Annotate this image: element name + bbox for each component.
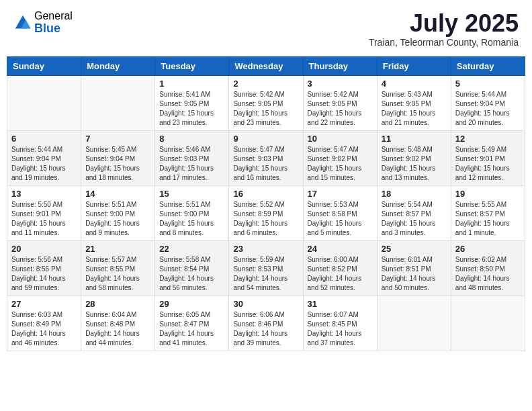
page-header: General Blue July 2025 Traian, Teleorman… [7, 7, 525, 51]
day-number: 26 [455, 244, 521, 254]
cell-info: Sunrise: 5:53 AM Sunset: 8:58 PM Dayligh… [308, 200, 373, 238]
header-friday: Friday [377, 56, 451, 75]
day-number: 20 [11, 244, 77, 254]
day-number: 4 [382, 79, 447, 89]
table-row: 27Sunrise: 6:03 AM Sunset: 8:49 PM Dayli… [7, 295, 81, 351]
table-row: 13Sunrise: 5:50 AM Sunset: 9:01 PM Dayli… [7, 185, 81, 240]
day-number: 7 [85, 134, 150, 144]
table-row: 24Sunrise: 6:00 AM Sunset: 8:52 PM Dayli… [303, 240, 377, 295]
day-number: 8 [159, 134, 224, 144]
cell-info: Sunrise: 5:50 AM Sunset: 9:01 PM Dayligh… [11, 200, 77, 238]
header-thursday: Thursday [303, 56, 377, 75]
cell-info: Sunrise: 5:51 AM Sunset: 9:00 PM Dayligh… [159, 200, 224, 238]
cell-info: Sunrise: 5:54 AM Sunset: 8:57 PM Dayligh… [382, 200, 447, 238]
table-row: 18Sunrise: 5:54 AM Sunset: 8:57 PM Dayli… [377, 185, 451, 240]
table-row: 11Sunrise: 5:48 AM Sunset: 9:02 PM Dayli… [377, 130, 451, 185]
cell-info: Sunrise: 5:44 AM Sunset: 9:04 PM Dayligh… [455, 90, 521, 128]
cell-info: Sunrise: 5:41 AM Sunset: 9:05 PM Dayligh… [159, 90, 224, 128]
title-section: July 2025 Traian, Teleorman County, Roma… [369, 10, 519, 48]
table-row: 19Sunrise: 5:55 AM Sunset: 8:57 PM Dayli… [451, 185, 525, 240]
table-row: 9Sunrise: 5:47 AM Sunset: 9:03 PM Daylig… [229, 130, 303, 185]
day-number: 25 [382, 244, 447, 254]
table-row: 17Sunrise: 5:53 AM Sunset: 8:58 PM Dayli… [303, 185, 377, 240]
logo: General Blue [13, 10, 73, 35]
day-number: 12 [455, 134, 521, 144]
cell-info: Sunrise: 6:03 AM Sunset: 8:49 PM Dayligh… [11, 310, 77, 348]
day-number: 13 [11, 189, 77, 199]
table-row: 31Sunrise: 6:07 AM Sunset: 8:45 PM Dayli… [303, 295, 377, 351]
cell-info: Sunrise: 5:49 AM Sunset: 9:01 PM Dayligh… [455, 145, 521, 183]
day-number: 21 [85, 244, 150, 254]
day-number: 19 [455, 189, 521, 199]
cell-info: Sunrise: 5:47 AM Sunset: 9:03 PM Dayligh… [233, 145, 298, 183]
cell-info: Sunrise: 5:56 AM Sunset: 8:56 PM Dayligh… [11, 255, 77, 293]
table-row [377, 295, 451, 351]
cell-info: Sunrise: 5:59 AM Sunset: 8:53 PM Dayligh… [233, 255, 298, 293]
calendar-header-row: Sunday Monday Tuesday Wednesday Thursday… [7, 56, 525, 75]
cell-info: Sunrise: 5:48 AM Sunset: 9:02 PM Dayligh… [382, 145, 447, 183]
day-number: 10 [308, 134, 373, 144]
day-number: 2 [233, 79, 298, 89]
cell-info: Sunrise: 6:05 AM Sunset: 8:47 PM Dayligh… [159, 310, 224, 348]
cell-info: Sunrise: 6:06 AM Sunset: 8:46 PM Dayligh… [233, 310, 298, 348]
table-row: 14Sunrise: 5:51 AM Sunset: 9:00 PM Dayli… [81, 185, 155, 240]
cell-info: Sunrise: 5:45 AM Sunset: 9:04 PM Dayligh… [85, 145, 150, 183]
cell-info: Sunrise: 5:52 AM Sunset: 8:59 PM Dayligh… [233, 200, 298, 238]
table-row: 21Sunrise: 5:57 AM Sunset: 8:55 PM Dayli… [81, 240, 155, 295]
day-number: 16 [233, 189, 298, 199]
day-number: 15 [159, 189, 224, 199]
day-number: 6 [11, 134, 77, 144]
day-number: 30 [233, 299, 298, 309]
table-row: 5Sunrise: 5:44 AM Sunset: 9:04 PM Daylig… [451, 75, 525, 130]
logo-text: General Blue [34, 10, 73, 35]
cell-info: Sunrise: 6:01 AM Sunset: 8:51 PM Dayligh… [382, 255, 447, 293]
table-row: 7Sunrise: 5:45 AM Sunset: 9:04 PM Daylig… [81, 130, 155, 185]
cell-info: Sunrise: 5:42 AM Sunset: 9:05 PM Dayligh… [308, 90, 373, 128]
day-number: 23 [233, 244, 298, 254]
cell-info: Sunrise: 6:07 AM Sunset: 8:45 PM Dayligh… [308, 310, 373, 348]
header-tuesday: Tuesday [155, 56, 229, 75]
cell-info: Sunrise: 5:44 AM Sunset: 9:04 PM Dayligh… [11, 145, 77, 183]
table-row: 4Sunrise: 5:43 AM Sunset: 9:05 PM Daylig… [377, 75, 451, 130]
day-number: 11 [382, 134, 447, 144]
header-wednesday: Wednesday [229, 56, 303, 75]
cell-info: Sunrise: 5:58 AM Sunset: 8:54 PM Dayligh… [159, 255, 224, 293]
day-number: 24 [308, 244, 373, 254]
table-row: 15Sunrise: 5:51 AM Sunset: 9:00 PM Dayli… [155, 185, 229, 240]
day-number: 28 [85, 299, 150, 309]
day-number: 18 [382, 189, 447, 199]
day-number: 9 [233, 134, 298, 144]
day-number: 1 [159, 79, 224, 89]
table-row: 26Sunrise: 6:02 AM Sunset: 8:50 PM Dayli… [451, 240, 525, 295]
day-number: 3 [308, 79, 373, 89]
logo-general: General [34, 10, 73, 22]
cell-info: Sunrise: 5:57 AM Sunset: 8:55 PM Dayligh… [85, 255, 150, 293]
table-row: 16Sunrise: 5:52 AM Sunset: 8:59 PM Dayli… [229, 185, 303, 240]
table-row: 25Sunrise: 6:01 AM Sunset: 8:51 PM Dayli… [377, 240, 451, 295]
cell-info: Sunrise: 5:55 AM Sunset: 8:57 PM Dayligh… [455, 200, 521, 238]
calendar-table: Sunday Monday Tuesday Wednesday Thursday… [7, 56, 525, 351]
day-number: 22 [159, 244, 224, 254]
table-row: 23Sunrise: 5:59 AM Sunset: 8:53 PM Dayli… [229, 240, 303, 295]
day-number: 17 [308, 189, 373, 199]
logo-blue: Blue [34, 22, 73, 36]
cell-info: Sunrise: 5:43 AM Sunset: 9:05 PM Dayligh… [382, 90, 447, 128]
table-row: 6Sunrise: 5:44 AM Sunset: 9:04 PM Daylig… [7, 130, 81, 185]
logo-icon [13, 13, 32, 32]
calendar-week-row: 20Sunrise: 5:56 AM Sunset: 8:56 PM Dayli… [7, 240, 525, 295]
header-monday: Monday [81, 56, 155, 75]
day-number: 14 [85, 189, 150, 199]
table-row: 3Sunrise: 5:42 AM Sunset: 9:05 PM Daylig… [303, 75, 377, 130]
table-row [451, 295, 525, 351]
table-row: 29Sunrise: 6:05 AM Sunset: 8:47 PM Dayli… [155, 295, 229, 351]
day-number: 5 [455, 79, 521, 89]
table-row: 30Sunrise: 6:06 AM Sunset: 8:46 PM Dayli… [229, 295, 303, 351]
cell-info: Sunrise: 6:04 AM Sunset: 8:48 PM Dayligh… [85, 310, 150, 348]
cell-info: Sunrise: 6:02 AM Sunset: 8:50 PM Dayligh… [455, 255, 521, 293]
calendar-week-row: 1Sunrise: 5:41 AM Sunset: 9:05 PM Daylig… [7, 75, 525, 130]
calendar-week-row: 27Sunrise: 6:03 AM Sunset: 8:49 PM Dayli… [7, 295, 525, 351]
header-saturday: Saturday [451, 56, 525, 75]
calendar-week-row: 6Sunrise: 5:44 AM Sunset: 9:04 PM Daylig… [7, 130, 525, 185]
table-row: 1Sunrise: 5:41 AM Sunset: 9:05 PM Daylig… [155, 75, 229, 130]
day-number: 31 [308, 299, 373, 309]
